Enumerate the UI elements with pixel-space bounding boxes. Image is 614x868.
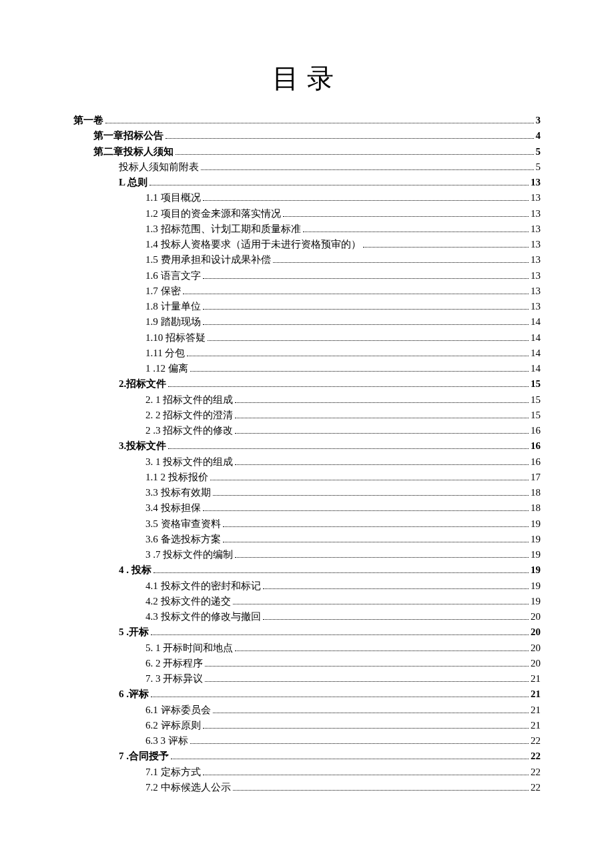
toc-text: 1.6 语言文字 <box>145 268 201 284</box>
toc-leader-dots <box>151 690 529 698</box>
toc-page: 19 <box>531 516 541 532</box>
toc-leader-dots <box>205 659 529 667</box>
toc-page: 18 <box>531 485 541 500</box>
toc-text: 1 .12 偏离 <box>145 361 188 376</box>
toc-page: 13 <box>531 175 541 190</box>
toc-text: 3.5 资格审查资料 <box>145 516 221 532</box>
toc-row: 3.5 资格审查资料19 <box>73 516 541 532</box>
toc-row: 1.4 投标人资格要求（适用于未进行资格预审的）13 <box>73 237 541 252</box>
toc-page: 18 <box>531 500 541 516</box>
toc-leader-dots <box>149 178 529 186</box>
toc-text: 3.投标文件 <box>119 438 166 454</box>
toc-row: 1 .12 偏离 14 <box>73 361 541 376</box>
toc-leader-dots <box>187 348 529 356</box>
toc-page: 20 <box>531 609 541 624</box>
toc-leader-dots <box>235 643 529 651</box>
toc-page: 5 <box>536 144 541 159</box>
toc-text: 1.9 踏勘现场 <box>145 314 201 330</box>
toc-page: 21 <box>531 718 541 733</box>
toc-row: 2.招标文件 15 <box>73 376 541 392</box>
toc-row: 1.1 2 投标报价17 <box>73 470 541 485</box>
toc-page: 15 <box>531 392 541 408</box>
toc-leader-dots <box>203 271 529 279</box>
toc-leader-dots <box>203 504 529 512</box>
toc-leader-dots <box>190 737 529 745</box>
toc-leader-dots <box>233 783 529 791</box>
toc-row: 4.3 投标文件的修改与撤回20 <box>73 609 541 624</box>
toc-row: 第一卷 3 <box>73 113 541 128</box>
toc-row: 投标人须知前附表 5 <box>73 159 541 175</box>
toc-leader-dots <box>283 209 529 217</box>
toc-leader-dots <box>303 224 529 232</box>
toc-leader-dots <box>183 286 529 294</box>
toc-text: 2. 1 招标文件的组成 <box>145 392 233 408</box>
toc-text: 1.5 费用承担和设计成果补偿 <box>145 252 271 268</box>
toc-leader-dots <box>233 596 529 604</box>
toc-leader-dots <box>168 442 529 450</box>
toc-page: 16 <box>531 454 541 470</box>
toc-text: 第一章招标公告 <box>93 128 164 143</box>
toc-row: 5. 1 开标时间和地点20 <box>73 640 541 656</box>
toc-text: 3. 1 投标文件的组成 <box>145 454 233 470</box>
toc-row: 7.1 定标方式22 <box>73 765 541 780</box>
toc-text: 2. 2 招标文件的澄清 <box>145 408 233 423</box>
toc-page: 22 <box>531 749 541 764</box>
toc-row: 1.1 项目概况13 <box>73 190 541 205</box>
toc-row: 4.1 投标文件的密封和标记19 <box>73 578 541 594</box>
toc-page: 19 <box>531 578 541 594</box>
toc-row: 1.11 分包 14 <box>73 346 541 361</box>
toc-page: 13 <box>531 299 541 314</box>
toc-leader-dots <box>263 581 529 589</box>
toc-row: 1.2 项目的资金来源和落实情况13 <box>73 206 541 222</box>
toc-page: 19 <box>531 547 541 562</box>
toc-text: 4.1 投标文件的密封和标记 <box>145 578 261 594</box>
toc-leader-dots <box>223 534 529 542</box>
toc-leader-dots <box>235 457 529 465</box>
toc-page: 20 <box>531 640 541 656</box>
toc-text: 4 . 投标 <box>119 562 151 578</box>
toc-leader-dots <box>363 240 529 248</box>
toc-text: 第二章投标人须知 <box>93 144 174 159</box>
toc-page: 14 <box>531 346 541 361</box>
toc-text: 6 .评标 <box>119 687 149 702</box>
toc-text: 1.3 招标范围、计划工期和质量标准 <box>145 222 301 237</box>
toc-text: 1.1 2 投标报价 <box>145 470 208 485</box>
toc-row: 4 . 投标19 <box>73 562 541 578</box>
toc-container: 第一卷 3第一章招标公告4第二章投标人须知5投标人须知前附表 5L 总则131.… <box>73 113 541 795</box>
toc-leader-dots <box>190 364 529 372</box>
toc-row: 4.2 投标文件的递交19 <box>73 594 541 609</box>
toc-text: 3 .7 投标文件的编制 <box>145 547 233 562</box>
toc-row: 6.1 评标委员会21 <box>73 703 541 718</box>
toc-leader-dots <box>235 550 529 558</box>
toc-text: 2.招标文件 <box>119 376 166 392</box>
toc-page: 22 <box>531 733 541 749</box>
toc-leader-dots <box>235 395 529 403</box>
toc-page: 21 <box>531 687 541 702</box>
toc-leader-dots <box>263 612 529 620</box>
toc-page: 19 <box>531 532 541 547</box>
toc-leader-dots <box>235 410 529 418</box>
toc-text: 1.1 项目概况 <box>145 190 201 205</box>
toc-text: 3.3 投标有效期 <box>145 485 211 500</box>
toc-page: 13 <box>531 190 541 205</box>
toc-title: 目录 <box>73 60 541 97</box>
toc-leader-dots <box>213 705 529 713</box>
toc-leader-dots <box>154 566 529 574</box>
toc-row: 1.8 计量单位13 <box>73 299 541 314</box>
toc-text: 5 .开标 <box>119 624 149 640</box>
toc-page: 14 <box>531 314 541 330</box>
toc-page: 13 <box>531 237 541 252</box>
toc-row: 6.3 3 评标 22 <box>73 733 541 749</box>
toc-row: 7. 3 开标异议21 <box>73 671 541 687</box>
toc-text: 7.2 中标候选人公示 <box>145 780 231 795</box>
toc-leader-dots <box>105 116 534 124</box>
toc-text: 投标人须知前附表 <box>119 159 199 175</box>
toc-leader-dots <box>151 628 529 636</box>
toc-row: 3.3 投标有效期18 <box>73 485 541 500</box>
toc-page: 4 <box>536 128 541 143</box>
toc-text: 4.2 投标文件的递交 <box>145 594 231 609</box>
toc-row: 1.5 费用承担和设计成果补偿13 <box>73 252 541 268</box>
toc-row: 3. 1 投标文件的组成16 <box>73 454 541 470</box>
toc-text: 1.2 项目的资金来源和落实情况 <box>145 206 281 222</box>
toc-leader-dots <box>168 380 529 388</box>
